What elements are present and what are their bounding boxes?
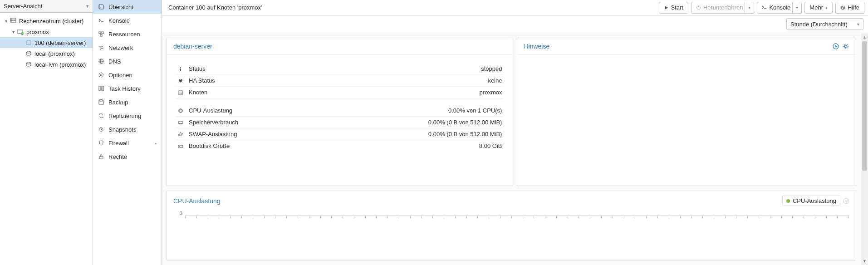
storage-icon	[25, 50, 33, 57]
globe-icon	[98, 58, 105, 64]
collapse-icon[interactable]: ▾	[10, 29, 16, 34]
stat-label-text: CPU-Auslastung	[189, 107, 232, 114]
retweet-icon	[98, 113, 105, 119]
stat-swap: SWAP-Auslastung 0.00% (0 B von 512.00 Mi…	[176, 128, 503, 140]
nav-backup[interactable]: Backup	[93, 95, 162, 109]
btn-label: Hilfe	[848, 4, 859, 11]
shutdown-button[interactable]: Herunterfahren	[691, 2, 745, 14]
svg-rect-23	[99, 157, 103, 159]
history-icon	[98, 126, 105, 132]
stat-disk: Bootdisk Größe 8.00 GiB	[176, 140, 503, 152]
stat-memory: Speicherverbrauch 0.00% (0 B von 512.00 …	[176, 117, 503, 128]
console-dropdown[interactable]: ▾	[793, 2, 802, 14]
server-rack-icon	[9, 18, 17, 24]
nav-label: Firewall	[108, 140, 129, 147]
stat-label-text: Knoten	[189, 89, 207, 96]
stat-separator	[176, 98, 503, 105]
legend-remove-icon[interactable]	[843, 198, 849, 204]
timeframe-select[interactable]: Stunde (Durchschnitt) ▾	[786, 18, 863, 30]
tree-label: local (proxmox)	[34, 50, 75, 57]
nav-label: Netzwerk	[108, 44, 133, 51]
vertical-scrollbar[interactable]: ▲ ▼	[861, 33, 868, 265]
legend-item[interactable]: CPU-Auslastung	[782, 196, 840, 206]
tree-label: proxmox	[26, 29, 49, 35]
chevron-down-icon: ▾	[857, 22, 859, 27]
collapse-icon[interactable]: ▾	[3, 19, 9, 24]
nav-network[interactable]: Netzwerk	[93, 41, 162, 54]
btn-label: Herunterfahren	[703, 4, 743, 11]
more-button[interactable]: Mehr ▾	[804, 2, 833, 14]
nav-console[interactable]: Konsole	[93, 14, 162, 27]
nav-overview[interactable]: Übersicht	[93, 0, 162, 14]
console-button[interactable]: Konsole	[757, 2, 793, 14]
stat-status: Status stopped	[176, 63, 503, 75]
tree-label: 100 (debian-server)	[34, 39, 86, 46]
stat-label-text: SWAP-Auslastung	[189, 131, 237, 137]
tree-ct-100[interactable]: 100 (debian-server)	[0, 37, 93, 48]
stat-value: proxmox	[480, 89, 502, 96]
nav-label: Optionen	[108, 72, 132, 79]
nav-task-history[interactable]: Task History	[93, 82, 162, 95]
chart-header: CPU-Auslastung CPU-Auslastung	[167, 191, 856, 211]
scroll-thumb[interactable]	[862, 41, 867, 171]
nav-label: Ressourcen	[108, 31, 140, 38]
stat-value: stopped	[481, 65, 502, 72]
tree-node-proxmox[interactable]: ▾ proxmox	[0, 26, 93, 37]
view-selector[interactable]: Server-Ansicht ▾	[0, 0, 93, 13]
chart-title: CPU-Auslastung	[173, 197, 221, 205]
nav-label: Snapshots	[108, 126, 136, 133]
help-button[interactable]: ? Hilfe	[835, 2, 864, 14]
app-root: Server-Ansicht ▾ ▾ Rechenzentrum (cluste…	[0, 0, 868, 265]
notes-panel: Hinweise	[517, 38, 856, 186]
stat-value: 0.00% von 1 CPU(s)	[448, 107, 502, 114]
main-scroll-row: debian-server Status stopped HA Status k…	[162, 33, 868, 265]
info-icon	[177, 66, 184, 72]
tree-panel: Server-Ansicht ▾ ▾ Rechenzentrum (cluste…	[0, 0, 93, 265]
chart-baseline	[185, 216, 849, 216]
legend-label: CPU-Auslastung	[793, 197, 836, 204]
nav-replication[interactable]: Replizierung	[93, 109, 162, 123]
tree-storage-local-lvm[interactable]: local-lvm (proxmox)	[0, 59, 93, 70]
tree-storage-local[interactable]: local (proxmox)	[0, 48, 93, 59]
refresh-icon	[177, 132, 184, 137]
list-icon	[98, 85, 105, 92]
chevron-down-icon: ▾	[86, 3, 89, 9]
legend-dot-icon	[786, 199, 790, 203]
start-button[interactable]: Start	[659, 2, 688, 14]
btn-label: Mehr	[809, 4, 823, 11]
tree-datacenter[interactable]: ▾ Rechenzentrum (cluster)	[0, 15, 93, 26]
btn-label: Start	[671, 4, 683, 11]
nav-dns[interactable]: DNS	[93, 54, 162, 68]
nav-permissions[interactable]: Rechte	[93, 150, 162, 163]
notes-body[interactable]	[517, 55, 856, 186]
nav-snapshots[interactable]: Snapshots	[93, 123, 162, 136]
nav-options[interactable]: Optionen	[93, 68, 162, 82]
panel-title: Hinweise	[524, 43, 549, 50]
svg-rect-34	[180, 93, 181, 94]
shutdown-dropdown[interactable]: ▾	[745, 2, 754, 14]
scroll-down-icon[interactable]: ▼	[861, 257, 868, 265]
circle-arrow-icon[interactable]	[832, 43, 839, 50]
main: Container 100 auf Knoten 'proxmox' Start…	[162, 0, 868, 265]
tree: ▾ Rechenzentrum (cluster) ▾ proxmox 100 …	[0, 13, 93, 265]
stat-label-text: HA Status	[189, 77, 215, 84]
building-icon	[177, 90, 184, 95]
tree-label: local-lvm (proxmox)	[34, 61, 86, 68]
memory-icon	[177, 120, 184, 125]
scroll-track[interactable]	[861, 41, 868, 257]
scroll-up-icon[interactable]: ▲	[861, 33, 868, 41]
btn-label: Konsole	[769, 4, 790, 11]
nav-resources[interactable]: Ressourcen	[93, 27, 162, 41]
hdd-icon	[177, 143, 184, 149]
view-selector-label: Server-Ansicht	[4, 3, 42, 10]
svg-point-3	[11, 21, 11, 21]
gear-icon[interactable]	[842, 43, 849, 50]
select-label: Stunde (Durchschnitt)	[790, 21, 848, 28]
svg-text:?: ?	[841, 5, 845, 10]
chevron-right-icon: ▸	[155, 141, 157, 146]
nav-label: Task History	[108, 85, 141, 92]
nav-firewall[interactable]: Firewall ▸	[93, 136, 162, 150]
panel-header: Hinweise	[517, 38, 856, 55]
chart-area: 3	[167, 211, 856, 221]
svg-point-2	[11, 19, 11, 19]
